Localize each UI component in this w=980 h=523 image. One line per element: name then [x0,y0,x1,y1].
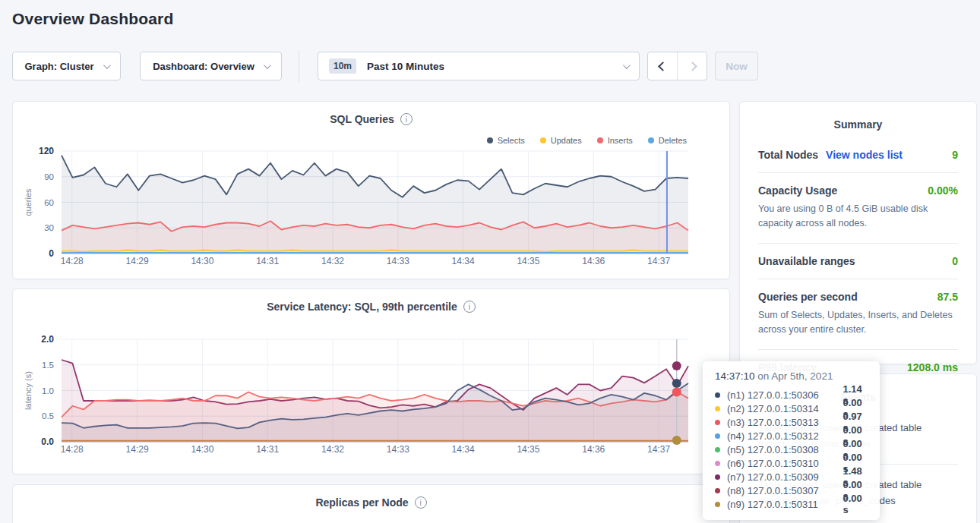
summary-stat-value: 9 [952,149,958,161]
tooltip-node-label: (n8) 127.0.0.1:50307 [727,485,843,496]
x-axis-tick: 14:36 [582,256,605,266]
service-latency-chart[interactable]: 0.00.51.01.52.014:2814:2914:3014:3114:32… [13,289,731,475]
page-title: Overview Dashboard [12,10,174,28]
service-latency-panel: Service Latency: SQL, 99th percentile i … [12,288,730,474]
tooltip-node-label: (n9) 127.0.0.1:50311 [727,499,843,510]
x-axis-tick: 14:33 [387,444,409,455]
y-axis-label: queries [24,188,33,216]
x-axis-tick: 14:34 [452,444,475,455]
tooltip-node-label: (n1) 127.0.0.1:50306 [727,389,843,401]
y-axis-tick: 90 [44,172,54,181]
x-axis-tick: 14:35 [517,256,539,266]
y-axis-tick: 120 [39,146,54,156]
node-dot-icon [715,420,720,425]
toolbar-divider [299,50,299,82]
y-axis-tick: 30 [44,223,54,232]
hover-point-dot [672,361,681,370]
tooltip-node-label: (n3) 127.0.0.1:50313 [727,417,843,428]
summary-stat-label: Unavailable ranges [758,255,855,267]
summary-stat-label: Total Nodes [758,149,818,161]
divider [758,243,958,244]
graph-dropdown[interactable]: Graph: Cluster [12,52,121,80]
node-dot-icon [715,461,720,466]
x-axis-tick: 14:35 [517,444,539,455]
summary-row: Queries per second87.5Sum of Selects, Up… [758,291,958,338]
node-dot-icon [715,406,720,411]
summary-stat-value: 0 [952,255,958,267]
node-dot-icon [715,392,720,398]
summary-stat-label: Queries per second [758,291,858,303]
x-axis-tick: 14:28 [61,256,84,266]
graph-dropdown-label: Graph: Cluster [24,61,93,72]
x-axis-tick: 14:28 [61,444,84,455]
sql-queries-chart[interactable]: 030609012014:2814:2914:3014:3114:3214:33… [13,102,731,280]
x-axis-tick: 14:32 [321,444,344,455]
tooltip-node-label: (n7) 127.0.0.1:50309 [727,471,843,483]
node-dot-icon [715,488,720,493]
y-axis-tick: 2.0 [41,334,54,345]
y-axis-tick: 1.5 [42,361,54,370]
replicas-per-node-panel: Replicas per Node i [12,484,730,523]
next-timerange-button[interactable] [677,52,707,80]
x-axis-tick: 14:29 [126,256,149,266]
chart-title: Replicas per Node [315,496,408,509]
hover-point-dot [672,388,681,397]
tooltip-node-label: (n5) 127.0.0.1:50308 [727,444,843,455]
x-axis-tick: 14:33 [387,256,409,266]
info-icon[interactable]: i [415,496,427,509]
x-axis-tick: 14:29 [126,444,149,455]
chevron-down-icon [264,61,271,69]
chevron-left-icon [658,61,668,71]
chevron-down-icon [623,61,631,69]
tooltip-node-label: (n6) 127.0.0.1:50310 [727,458,843,469]
x-axis-tick: 14:37 [647,444,670,455]
y-axis-tick: 0 [49,248,54,259]
x-axis-tick: 14:37 [647,256,670,266]
summary-row: Total NodesView nodes list9 [758,149,958,161]
tooltip-node-label: (n2) 127.0.0.1:50314 [727,403,843,414]
x-axis-tick: 14:31 [256,444,279,455]
divider [758,279,958,279]
divider [758,349,958,350]
summary-title: Summary [758,118,958,131]
dashboard-dropdown[interactable]: Dashboard: Overview [140,52,282,80]
summary-stat-value: 1208.0 ms [907,361,958,373]
chevron-right-icon [688,61,697,71]
summary-panel: Summary Total NodesView nodes list9Capac… [739,101,977,364]
view-nodes-list-link[interactable]: View nodes list [826,149,903,161]
hover-point-dot [672,436,681,445]
x-axis-tick: 14:34 [452,256,475,266]
now-button[interactable]: Now [715,52,758,80]
summary-stat-label: Capacity Usage [758,184,837,197]
tooltip-row: (n9) 127.0.0.1:503110.00 s [713,497,869,511]
summary-stat-value: 87.5 [937,291,958,303]
hover-point-dot [672,379,681,388]
y-axis-label: latency (s) [24,371,33,410]
tooltip-timestamp: 14:37:10 on Apr 5th, 2021 [713,370,869,382]
summary-row: Capacity Usage0.00%You are using 0 B of … [758,184,958,232]
tooltip-node-label: (n4) 127.0.0.1:50312 [727,430,843,442]
timerange-badge: 10m [329,58,356,74]
dashboard-dropdown-label: Dashboard: Overview [153,61,254,72]
node-dot-icon [715,474,720,480]
node-dot-icon [715,502,720,507]
timerange-dropdown[interactable]: 10m Past 10 Minutes [318,52,640,80]
y-axis-tick: 0.0 [41,436,54,447]
y-axis-tick: 1.0 [42,386,54,395]
timerange-label: Past 10 Minutes [367,61,444,72]
y-axis-tick: 60 [44,198,54,207]
prev-timerange-button[interactable] [648,52,677,80]
x-axis-tick: 14:30 [191,256,213,266]
tooltip-node-value: 0.00 s [843,493,869,515]
x-axis-tick: 14:36 [582,444,605,455]
chevron-down-icon [103,61,110,69]
node-dot-icon [715,447,720,452]
summary-row: Unavailable ranges0 [758,255,958,267]
sql-queries-panel: SQL Queries i SelectsUpdatesInsertsDelet… [12,101,730,279]
summary-stat-value: 0.00% [928,184,958,197]
summary-stat-description: You are using 0 B of 4.5 GiB usable disk… [758,202,958,232]
divider [758,172,958,173]
x-axis-tick: 14:30 [191,444,213,455]
x-axis-tick: 14:31 [256,256,279,266]
node-dot-icon [715,433,720,439]
